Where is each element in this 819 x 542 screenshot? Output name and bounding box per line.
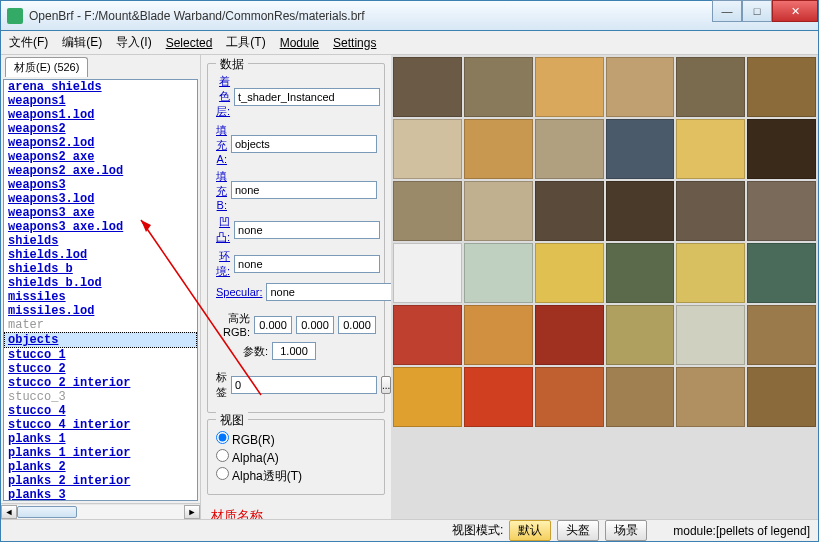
list-item[interactable]: weapons1.lod [4, 108, 197, 122]
viewmode-scene[interactable]: 场景 [605, 520, 647, 541]
env-label[interactable]: 环境: [216, 249, 230, 279]
list-item[interactable]: stucco_1 [4, 348, 197, 362]
list-item[interactable]: planks_3 [4, 488, 197, 501]
texture-tile [676, 119, 745, 179]
maximize-button[interactable]: □ [742, 0, 772, 22]
fillb-input[interactable] [231, 181, 377, 199]
list-item[interactable]: shields_b.lod [4, 276, 197, 290]
radio-alpha-trans[interactable]: Alpha透明(T) [216, 466, 376, 486]
specular-label[interactable]: Specular: [216, 286, 262, 298]
texture-tile [464, 119, 533, 179]
list-item[interactable]: shields [4, 234, 197, 248]
menu-file[interactable]: 文件(F) [9, 34, 48, 51]
h-scrollbar[interactable]: ◄ ► [1, 503, 200, 519]
texture-tile [535, 367, 604, 427]
menu-module[interactable]: Module [280, 36, 319, 50]
shader-label[interactable]: 着色层: [216, 74, 230, 119]
list-item[interactable]: stucco_3 [4, 390, 197, 404]
statusbar: 视图模式: 默认 头盔 场景 module:[pellets of legend… [1, 519, 818, 541]
list-item[interactable]: weapons1 [4, 94, 197, 108]
bump-input[interactable] [234, 221, 380, 239]
menu-import[interactable]: 导入(I) [116, 34, 151, 51]
specrgb-b[interactable] [338, 316, 376, 334]
radio-rgb[interactable]: RGB(R) [216, 430, 376, 448]
texture-tile [606, 181, 675, 241]
param-input[interactable] [272, 342, 316, 360]
menu-edit[interactable]: 编辑(E) [62, 34, 102, 51]
texture-tile [676, 367, 745, 427]
materials-tab[interactable]: 材质(E) (526) [5, 57, 88, 77]
texture-tile [535, 57, 604, 117]
menu-tools[interactable]: 工具(T) [226, 34, 265, 51]
filla-input[interactable] [231, 135, 377, 153]
texture-tile [535, 119, 604, 179]
texture-tile [393, 57, 462, 117]
menu-settings[interactable]: Settings [333, 36, 376, 50]
scroll-right-icon[interactable]: ► [184, 505, 200, 519]
texture-tile [747, 243, 816, 303]
list-item[interactable]: planks_2 [4, 460, 197, 474]
shader-input[interactable] [234, 88, 380, 106]
list-item[interactable]: weapons3 [4, 178, 197, 192]
texture-tile [535, 243, 604, 303]
list-item[interactable]: stucco_2_interior [4, 376, 197, 390]
list-item[interactable]: objects [4, 332, 197, 348]
fillb-label[interactable]: 填充B: [216, 169, 227, 211]
viewmode-label: 视图模式: [452, 522, 503, 539]
list-item[interactable]: weapons2 [4, 122, 197, 136]
list-item[interactable]: weapons3_axe [4, 206, 197, 220]
viewmode-default[interactable]: 默认 [509, 520, 551, 541]
app-icon [7, 8, 23, 24]
texture-tile [393, 243, 462, 303]
window-title: OpenBrf - F:/Mount&Blade Warband/CommonR… [29, 9, 712, 23]
flags-button[interactable]: ... [381, 376, 391, 394]
bump-label[interactable]: 凹凸: [216, 215, 230, 245]
specrgb-label: 高光RGB: [216, 311, 250, 338]
menu-selected[interactable]: Selected [166, 36, 213, 50]
list-item[interactable]: shields.lod [4, 248, 197, 262]
list-item[interactable]: planks_1_interior [4, 446, 197, 460]
annotation-text: 材质名称 [211, 507, 385, 519]
minimize-button[interactable]: — [712, 0, 742, 22]
list-item[interactable]: missiles [4, 290, 197, 304]
list-item[interactable]: arena_shields [4, 80, 197, 94]
list-item[interactable]: missiles.lod [4, 304, 197, 318]
titlebar: OpenBrf - F:/Mount&Blade Warband/CommonR… [1, 1, 818, 31]
materials-list[interactable]: arena_shieldsweapons1weapons1.lodweapons… [3, 79, 198, 501]
texture-tile [464, 57, 533, 117]
texture-tile [393, 367, 462, 427]
texture-tile [464, 305, 533, 365]
texture-tile [747, 57, 816, 117]
close-button[interactable]: ✕ [772, 0, 818, 22]
texture-tile [535, 181, 604, 241]
specrgb-r[interactable] [254, 316, 292, 334]
scroll-thumb[interactable] [17, 506, 77, 518]
texture-tile [747, 305, 816, 365]
env-input[interactable] [234, 255, 380, 273]
list-item[interactable]: weapons3_axe.lod [4, 220, 197, 234]
specrgb-g[interactable] [296, 316, 334, 334]
texture-preview[interactable] [391, 55, 818, 519]
viewmode-helmet[interactable]: 头盔 [557, 520, 599, 541]
radio-alpha[interactable]: Alpha(A) [216, 448, 376, 466]
list-item[interactable]: planks_1 [4, 432, 197, 446]
list-item[interactable]: weapons3.lod [4, 192, 197, 206]
list-item[interactable]: planks_2_interior [4, 474, 197, 488]
list-item[interactable]: stucco_4_interior [4, 418, 197, 432]
list-item[interactable]: weapons2.lod [4, 136, 197, 150]
texture-tile [676, 305, 745, 365]
texture-tile [535, 305, 604, 365]
list-item[interactable]: stucco_2 [4, 362, 197, 376]
list-item[interactable]: shields_b [4, 262, 197, 276]
list-item[interactable]: weapons2_axe.lod [4, 164, 197, 178]
list-item[interactable]: mater [4, 318, 197, 332]
texture-tile [676, 181, 745, 241]
texture-tile [606, 243, 675, 303]
texture-tile [676, 243, 745, 303]
list-item[interactable]: weapons2_axe [4, 150, 197, 164]
filla-label[interactable]: 填充A: [216, 123, 227, 165]
scroll-left-icon[interactable]: ◄ [1, 505, 17, 519]
flags-input[interactable] [231, 376, 377, 394]
data-group-title: 数据 [216, 56, 248, 73]
list-item[interactable]: stucco_4 [4, 404, 197, 418]
